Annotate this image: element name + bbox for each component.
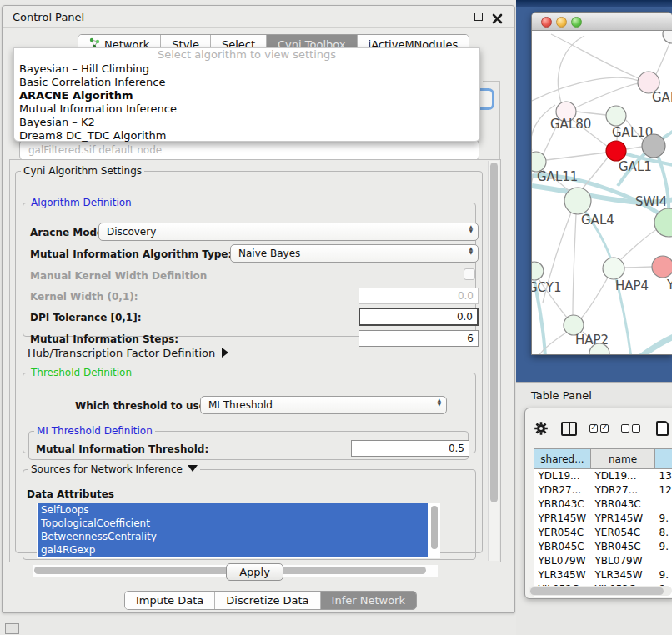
cell-value[interactable]: 9. <box>655 568 672 582</box>
table-row[interactable]: YDR27... YDR27... 12 <box>534 483 672 498</box>
aracne-mode-combo[interactable]: Discovery ▲▼ <box>98 222 479 241</box>
kernel-width-label: Kernel Width (0,1): <box>30 291 138 302</box>
column-header-name[interactable]: name <box>591 449 655 469</box>
table-row[interactable]: YBR043C YBR043C <box>534 498 672 512</box>
table-row[interactable]: YBL079W YBL079W <box>534 554 672 568</box>
collapsed-panel-button[interactable] <box>5 623 19 634</box>
dropdown-item[interactable]: Basic Correlation Inference <box>14 76 479 89</box>
dropdown-item[interactable]: Bayesian – Hill Climbing <box>14 62 479 76</box>
network-node[interactable] <box>532 262 544 280</box>
close-icon[interactable] <box>492 12 503 22</box>
list-item[interactable]: TopologicalCoefficient <box>38 517 428 530</box>
tab-infer-network[interactable]: Infer Network <box>321 592 416 609</box>
mi-algorithm-type-combo[interactable]: Naive Bayes ▲▼ <box>230 244 479 262</box>
list-item[interactable]: BetweennessCentrality <box>38 530 428 543</box>
float-window-icon[interactable] <box>474 12 484 22</box>
gear-icon[interactable] <box>534 421 549 436</box>
combo-value: Naive Bayes <box>238 248 300 259</box>
node-table: shared... name YDL19... YDL19... 13 <box>534 448 672 597</box>
hub-definition-expander[interactable]: Hub/Transcription Factor Definition <box>28 347 228 359</box>
table-row[interactable]: YLR345W YLR345W 9. <box>534 568 672 582</box>
manual-kernel-checkbox[interactable] <box>464 268 475 280</box>
network-node-label: SWI4 <box>635 194 667 209</box>
cell-value[interactable] <box>655 498 672 512</box>
data-attributes-label: Data Attributes <box>27 488 114 500</box>
cell-value[interactable]: 13 <box>655 469 672 483</box>
mi-steps-field[interactable]: 6 <box>359 330 479 347</box>
cell-name[interactable]: YER054C <box>591 526 655 540</box>
tab-discretize-data[interactable]: Discretize Data <box>215 592 320 609</box>
cell-shared-name[interactable]: YBL079W <box>534 554 591 568</box>
network-node[interactable] <box>606 106 626 126</box>
table-row[interactable]: YBR045C YBR045C 9. <box>534 540 672 554</box>
mac-close-icon[interactable] <box>541 17 552 28</box>
table-toolbar <box>534 418 672 438</box>
list-item[interactable]: gal4RGexp <box>38 543 428 557</box>
network-window-titlebar[interactable] <box>532 12 672 31</box>
new-file-icon[interactable] <box>656 421 669 436</box>
column-header-shared-name[interactable]: shared... <box>534 449 591 469</box>
cell-name[interactable]: YDR27... <box>591 483 655 498</box>
cell-shared-name[interactable]: YBR045C <box>534 540 591 554</box>
cell-shared-name[interactable]: YER054C <box>534 526 591 540</box>
cell-value[interactable] <box>655 554 672 568</box>
sources-for-network-inference-group: Sources for Network Inference Data Attri… <box>23 463 476 560</box>
dpi-tolerance-field[interactable]: 0.0 <box>359 308 479 326</box>
tab-impute-data[interactable]: Impute Data <box>125 592 215 609</box>
table-panel-title: Table Panel <box>531 389 592 402</box>
network-node[interactable] <box>663 31 672 43</box>
cell-name[interactable]: YBR043C <box>591 498 655 512</box>
which-threshold-combo[interactable]: MI Threshold ▲▼ <box>200 396 447 414</box>
dropdown-placeholder: Select algorithm to view settings <box>14 48 479 62</box>
cell-name[interactable]: YPR145W <box>591 512 655 526</box>
deselect-all-columns-icon[interactable] <box>621 424 640 432</box>
control-panel-title: Control Panel <box>13 11 84 23</box>
cell-shared-name[interactable]: YDR27... <box>534 483 591 498</box>
dropdown-item[interactable]: Mutual Information Inference <box>14 102 479 116</box>
cell-name[interactable]: YLR345W <box>591 568 655 582</box>
algorithm-dropdown-popup: Select algorithm to view settings Bayesi… <box>13 48 480 142</box>
split-columns-icon[interactable] <box>561 422 577 436</box>
hub-definition-label: Hub/Transcription Factor Definition <box>28 347 215 359</box>
kernel-width-field[interactable]: 0.0 <box>359 288 479 304</box>
cell-shared-name[interactable]: YPR145W <box>534 512 591 526</box>
table-row[interactable]: YER054C YER054C 8. <box>534 526 672 540</box>
network-node[interactable] <box>606 141 626 161</box>
column-header-clipped[interactable] <box>655 449 672 469</box>
settings-vertical-scrollbar[interactable] <box>488 161 499 561</box>
network-node-label: Y <box>666 278 672 292</box>
cell-shared-name[interactable]: YBR043C <box>534 498 591 512</box>
network-node[interactable] <box>564 188 591 214</box>
network-node[interactable] <box>642 134 665 158</box>
cell-shared-name[interactable]: YLR345W <box>534 568 591 582</box>
network-node-label: HAP4 <box>615 278 649 293</box>
list-item[interactable]: SelfLoops <box>38 503 428 517</box>
algorithm-definition-group: Algorithm Definition Aracne Mode: Discov… <box>23 197 476 337</box>
apply-button[interactable]: Apply <box>226 563 283 581</box>
tab-label: Infer Network <box>332 594 405 607</box>
dropdown-item[interactable]: Dream8 DC_TDC Algorithm <box>14 129 479 142</box>
dropdown-item-selected[interactable]: ARACNE Algorithm <box>14 89 479 102</box>
table-horizontal-scrollbar[interactable] <box>529 586 672 596</box>
network-node[interactable] <box>603 258 624 279</box>
network-node[interactable] <box>652 256 672 278</box>
select-all-columns-icon[interactable] <box>589 424 609 432</box>
cell-value[interactable]: 9. <box>655 512 672 526</box>
network-canvas[interactable]: GALGAL80GAL10GAL1GAL11GAL4SWI4HAP4YGCY1H… <box>532 31 672 355</box>
cell-name[interactable]: YDL19... <box>591 469 655 483</box>
dropdown-item[interactable]: Bayesian – K2 <box>14 116 479 129</box>
table-row[interactable]: YPR145W YPR145W 9. <box>534 512 672 526</box>
sources-expander[interactable]: Sources for Network Inference <box>28 463 200 475</box>
mi-threshold-field[interactable]: 0.5 <box>351 440 469 457</box>
data-attributes-list: SelfLoopsTopologicalCoefficientBetweenne… <box>37 503 429 558</box>
cell-value[interactable]: 9. <box>655 540 672 554</box>
cell-value[interactable]: 12 <box>655 483 672 498</box>
cell-name[interactable]: YBR045C <box>591 540 655 554</box>
cell-value[interactable]: 8. <box>655 526 672 540</box>
cell-name[interactable]: YBL079W <box>591 554 655 568</box>
mac-minimize-icon[interactable] <box>556 17 567 28</box>
mac-zoom-icon[interactable] <box>571 17 582 28</box>
list-vertical-scrollbar[interactable] <box>429 503 440 558</box>
cell-shared-name[interactable]: YDL19... <box>534 469 591 483</box>
table-row[interactable]: YDL19... YDL19... 13 <box>534 469 672 483</box>
